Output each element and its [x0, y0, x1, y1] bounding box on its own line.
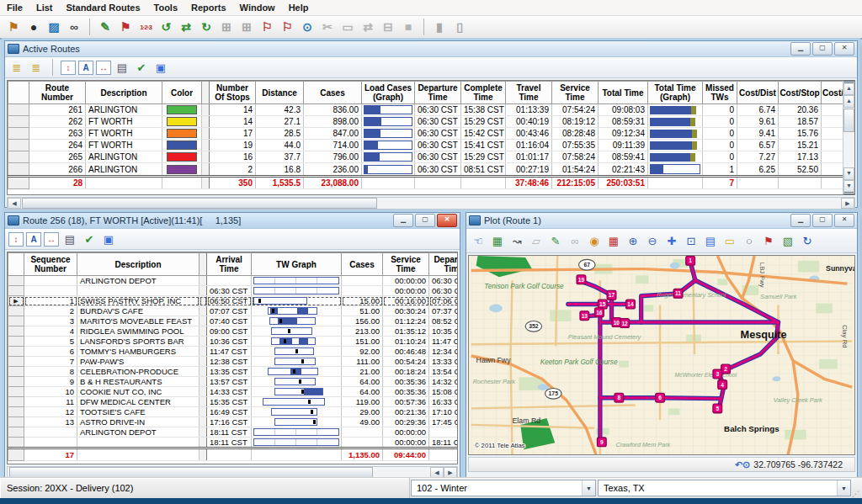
pan-arrows-icon[interactable]: ✚ — [663, 233, 680, 248]
table-row[interactable]: 3MARITO'S MOVEABLE FEAST07:40 CST156.000… — [8, 316, 459, 326]
route-detail-titlebar[interactable]: Route 256 (18), FT WORTH [Active](11:41)… — [5, 213, 460, 229]
validate-icon[interactable]: ✔ — [81, 231, 98, 247]
table-row[interactable]: 8CELEBRATION-PRODUCE13:35 CST21.0000:18:… — [8, 367, 459, 377]
column-width-icon[interactable]: ↔ — [44, 232, 59, 247]
scroll-thumb[interactable] — [843, 109, 854, 132]
validate-icon[interactable]: ✔ — [133, 60, 150, 75]
active-routes-titlebar[interactable]: Active Routes ▁ ▢ ✕ — [5, 41, 857, 57]
table-row[interactable]: 264FT WORTH1944.0714.0006:30 CST15:41 CS… — [8, 140, 844, 151]
font-icon[interactable]: A — [78, 61, 93, 75]
restore-button[interactable]: ▢ — [812, 214, 833, 227]
table-row[interactable]: 263FT WORTH1728.5847.0006:30 CST15:42 CS… — [8, 128, 844, 140]
scroll-top-button[interactable]: ▲ — [843, 81, 854, 95]
minimize-button[interactable]: ▁ — [790, 214, 811, 227]
minimize-button[interactable]: ▁ — [393, 214, 413, 227]
add-rows-icon[interactable]: ≣ — [8, 60, 25, 75]
table-row[interactable]: 11DFW MEDICAL CENTER15:35 CST119.0000:57… — [8, 397, 459, 407]
menu-file[interactable]: File — [0, 2, 29, 13]
zoom-in-icon[interactable]: ⊕ — [625, 233, 641, 248]
menu-window[interactable]: Window — [233, 2, 282, 13]
font-icon[interactable]: A — [26, 232, 41, 247]
save-icon[interactable]: ▣ — [100, 231, 117, 247]
map-stop-11[interactable]: 11 — [673, 289, 683, 298]
load-disabled-icon[interactable]: ⊟ — [378, 18, 398, 36]
pan-hand-icon[interactable]: ☜ — [470, 233, 487, 248]
time-window-icon[interactable]: ⊙ — [297, 18, 317, 36]
menu-reports[interactable]: Reports — [184, 2, 233, 13]
scroll-up-button[interactable]: ▲ — [843, 95, 854, 108]
flag-alt-icon[interactable]: ⚐ — [277, 18, 297, 36]
box-add-disabled-icon[interactable]: ■ — [398, 18, 418, 36]
map-status-icons[interactable]: ↶⊙ — [735, 459, 750, 470]
binoculars-icon[interactable]: ∞ — [64, 18, 84, 36]
map-edit-icon[interactable]: ✎ — [547, 233, 564, 248]
map-stop-2[interactable]: 2 — [721, 364, 731, 374]
copy-routes-icon[interactable]: ▨ — [44, 18, 64, 36]
table-row[interactable]: 10COOKIE NUT CO, INC14:33 CST64.0000:35:… — [8, 387, 459, 397]
close-button[interactable]: ✕ — [437, 214, 457, 227]
close-button[interactable]: ✕ — [834, 42, 854, 56]
row-height-icon[interactable]: ↕ — [61, 61, 76, 75]
map-stop-16[interactable]: 16 — [595, 308, 604, 317]
truck-disabled-icon[interactable]: ▭ — [338, 18, 358, 36]
table-row[interactable]: 265ARLINGTON1637.7796.0006:30 CST15:29 C… — [8, 151, 844, 163]
print-icon[interactable]: ▤ — [114, 60, 130, 75]
row-height-icon[interactable]: ↕ — [8, 232, 24, 247]
import-disabled-icon[interactable]: ▯ — [450, 18, 470, 36]
map-layers-icon[interactable]: ▦ — [489, 233, 506, 248]
grid-add-icon[interactable]: ⊞ — [216, 18, 237, 36]
new-route-icon[interactable]: ⚑ — [3, 18, 24, 36]
table-row[interactable]: ▶1SWISS PASTRY SHOP, INC06:50 CST15.0000… — [8, 296, 459, 306]
menu-standard-routes[interactable]: Standard Routes — [60, 2, 147, 13]
link-disabled-icon[interactable]: ∞ — [567, 233, 583, 248]
map-settings-icon[interactable]: ▧ — [780, 233, 796, 248]
table-row[interactable]: 266ARLINGTON216.8236.0006:30 CST08:51 CS… — [8, 163, 844, 177]
report-icon[interactable]: ▤ — [702, 233, 719, 248]
scroll-down-button[interactable]: ▼ — [843, 167, 854, 180]
refresh-icon[interactable]: ↻ — [799, 233, 816, 248]
table-row[interactable]: 18:11 CST00:00:0018:11 CST — [8, 438, 459, 448]
scroll-right-button[interactable]: ▶ — [841, 198, 854, 209]
save-icon[interactable]: ▣ — [152, 60, 169, 75]
scissors-disabled-icon[interactable]: ✂ — [317, 18, 338, 36]
plot-titlebar[interactable]: Plot (Route 1) ▁ ▢ ✕ — [466, 213, 857, 229]
magnifier-icon[interactable]: ⊙ — [742, 459, 750, 470]
map-stop-14[interactable]: 14 — [626, 300, 636, 309]
restore-button[interactable]: ▢ — [415, 214, 435, 227]
recalculate-icon[interactable]: ↺ — [156, 18, 176, 36]
table-row[interactable]: 13ASTRO DRIVE-IN17:16 CST49.0000:29:3617… — [8, 417, 459, 427]
horizontal-scrollbar[interactable]: ◀ ▶ — [7, 197, 855, 210]
zoom-window-icon[interactable]: ⊡ — [683, 233, 700, 248]
menu-list[interactable]: List — [29, 2, 60, 13]
table-row[interactable]: 4RIDGLEA SWIMMING POOL09:00 CST213.0001:… — [8, 326, 459, 337]
print-icon[interactable]: ▤ — [61, 231, 78, 247]
table-row[interactable]: 9B & H RESTAURANTS13:57 CST64.0000:35:36… — [8, 377, 459, 387]
barrier-icon[interactable]: ▦ — [605, 233, 622, 248]
lasso-icon[interactable]: ○ — [741, 233, 758, 248]
map-stop-17[interactable]: 17 — [607, 290, 616, 300]
swap-disabled-icon[interactable]: ⇄ — [358, 18, 378, 36]
table-row[interactable]: 7PAW-PAW'S12:38 CST111.0000:54:2413:33 C… — [8, 357, 459, 367]
scroll-thumb[interactable] — [22, 198, 377, 209]
vertical-scrollbar[interactable]: ▲ ▲ ▼ ▼ — [843, 81, 854, 194]
radius-icon[interactable]: ◉ — [586, 233, 603, 248]
measure-icon[interactable]: ▭ — [721, 233, 738, 248]
route-map[interactable]: 67352175Tenison Park Golf CourseSunnyvaR… — [468, 255, 855, 455]
zoom-out-icon[interactable]: ⊖ — [644, 233, 661, 248]
export-disabled-icon[interactable]: ▮ — [429, 18, 450, 36]
pan-back-icon[interactable]: ↶ — [735, 459, 742, 470]
globe-icon[interactable]: ● — [24, 18, 44, 36]
copy-disabled-icon[interactable]: ▱ — [528, 233, 545, 248]
map-stop-6[interactable]: 6 — [656, 393, 665, 402]
close-button[interactable]: ✕ — [834, 214, 854, 227]
flag-123-icon[interactable]: ⚐ — [257, 18, 277, 36]
delete-rows-icon[interactable]: ≣ — [28, 60, 45, 75]
menu-help[interactable]: Help — [282, 2, 316, 13]
map-stop-3[interactable]: 3 — [713, 369, 722, 379]
restore-button[interactable]: ▢ — [812, 42, 833, 56]
grid-add-alt-icon[interactable]: ⊞ — [237, 18, 257, 36]
table-row[interactable]: 5LANSFORD'S SPORTS BAR10:36 CST151.0001:… — [8, 337, 459, 347]
map-stop-12[interactable]: 12 — [620, 319, 630, 328]
sequence-123-icon[interactable]: 1·2·3 — [136, 18, 156, 36]
region-combo[interactable]: Texas, TX ▼ — [598, 480, 851, 496]
